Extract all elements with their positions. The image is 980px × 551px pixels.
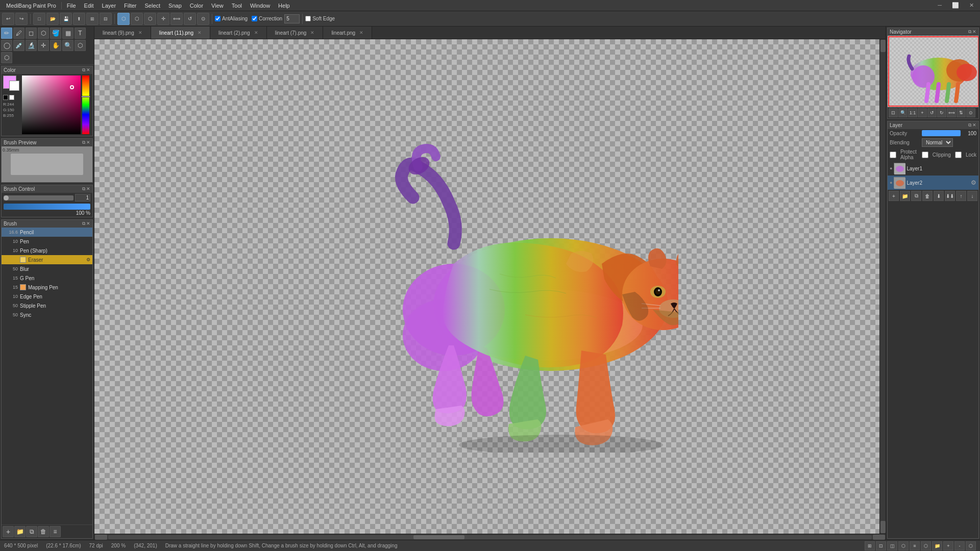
brush-item-g-pen[interactable]: 15 G Pen — [2, 273, 92, 283]
brush-item-pen[interactable]: 10 Pen — [2, 237, 92, 246]
tool-zoom[interactable]: 🔍 — [62, 40, 74, 51]
brush-control-close-icon[interactable]: ✕ — [86, 186, 90, 192]
tab-lineart9-close[interactable]: ✕ — [138, 30, 142, 35]
menu-file[interactable]: MediBang Paint Pro — [2, 2, 60, 10]
tab-lineart2[interactable]: lineart (2).png ✕ — [210, 27, 267, 39]
toolbar-transform[interactable]: ✛ — [157, 13, 169, 25]
tab-lineart2-close[interactable]: ✕ — [254, 30, 258, 35]
h-scrollbar-track[interactable] — [108, 535, 872, 539]
layer-add-btn[interactable]: + — [889, 191, 899, 201]
toolbar-select-active[interactable]: ⬡ — [117, 13, 130, 25]
nav-zoom-out[interactable]: 🔍 — [898, 108, 908, 117]
brush-add-btn[interactable]: + — [3, 526, 14, 537]
nav-zoom-fit[interactable]: ⊡ — [889, 108, 898, 117]
brush-item-stipple-pen[interactable]: 50 Stipple Pen — [2, 301, 92, 310]
toolbar-grid2[interactable]: ⊟ — [100, 13, 112, 25]
h-scrollbar-thumb[interactable] — [413, 535, 464, 539]
brush-preview-close-icon[interactable]: ✕ — [86, 140, 90, 145]
status-tool9[interactable]: - — [954, 541, 965, 550]
status-tool2[interactable]: ⊡ — [876, 541, 886, 550]
brush-opacity-bar[interactable] — [4, 204, 90, 210]
nav-flip-v[interactable]: ⇅ — [957, 108, 966, 117]
white-swatch[interactable] — [9, 95, 14, 100]
toolbar-snap[interactable]: ⊙ — [197, 13, 209, 25]
navigator-close-icon[interactable]: ✕ — [972, 29, 976, 35]
brush-trash-btn[interactable]: 🗑 — [38, 526, 49, 537]
antialiasing-check[interactable]: AntAliasing — [215, 16, 248, 21]
correction-value-input[interactable] — [284, 14, 300, 23]
layer-item-layer1[interactable]: ● Layer1 — [888, 161, 978, 176]
blending-select[interactable]: Normal — [922, 138, 953, 147]
black-swatch[interactable] — [3, 95, 8, 100]
background-color-swatch[interactable] — [9, 81, 19, 91]
layer-trash-btn[interactable]: 🗑 — [922, 191, 933, 201]
opacity-slider[interactable] — [922, 130, 961, 136]
status-tool4[interactable]: ⬡ — [898, 541, 909, 550]
toolbar-redo[interactable]: ↪ — [15, 13, 28, 25]
toolbar-rotate[interactable]: ↺ — [184, 13, 196, 25]
brush-size-slider[interactable] — [4, 195, 74, 201]
nav-zoom-100[interactable]: 1:1 — [908, 108, 917, 117]
window-restore[interactable]: ⬜ — [948, 1, 963, 10]
lock-checkbox[interactable] — [955, 152, 962, 158]
tool-eraser[interactable]: ◻ — [26, 28, 37, 39]
nav-rotate-r[interactable]: ↻ — [937, 108, 946, 117]
h-scrollbar-left[interactable] — [95, 535, 107, 540]
tab-lineart-close[interactable]: ✕ — [359, 30, 363, 35]
status-tool3[interactable]: ◫ — [887, 541, 897, 550]
tool-pen[interactable]: 🖊 — [13, 28, 24, 39]
layer-export-btn[interactable]: ↓ — [967, 191, 977, 201]
nav-rotate-l[interactable]: ↺ — [927, 108, 937, 117]
menu-filter[interactable]: Filter — [120, 2, 140, 10]
status-tool7[interactable]: 📁 — [932, 541, 942, 550]
status-tool6[interactable]: ⬡ — [921, 541, 931, 550]
menu-edit[interactable]: Edit — [80, 2, 98, 10]
brush-size-input[interactable]: 1 — [75, 194, 90, 202]
nav-flip-h[interactable]: ⟺ — [947, 108, 956, 117]
brush-folder-btn[interactable]: 📁 — [14, 526, 26, 537]
tool-shape[interactable]: ◯ — [1, 40, 12, 51]
tool-eyedropper[interactable]: 💉 — [13, 40, 24, 51]
layer2-gear-icon[interactable]: ⚙ — [971, 179, 976, 186]
brush-control-expand-icon[interactable]: ⧉ — [82, 186, 85, 192]
brush-list-close-icon[interactable]: ✕ — [86, 221, 90, 227]
layer-merge-btn[interactable]: ⬇ — [934, 191, 944, 201]
status-tool8[interactable]: + — [943, 541, 953, 550]
color-gradient-picker[interactable] — [22, 76, 81, 134]
canvas-area[interactable] — [94, 39, 879, 534]
tool-select[interactable]: ⬡ — [38, 28, 49, 39]
brush-item-blur[interactable]: 50 Blur — [2, 264, 92, 273]
layer-close-icon[interactable]: ✕ — [972, 122, 976, 128]
soft-edge-check[interactable]: Soft Edge — [305, 16, 335, 21]
status-tool1[interactable]: ⊞ — [865, 541, 875, 550]
tab-lineart11[interactable]: lineart (11).png ✕ — [151, 27, 210, 39]
window-close[interactable]: ✕ — [965, 1, 978, 10]
protect-alpha-checkbox[interactable] — [890, 152, 896, 158]
layer-folder-btn[interactable]: 📁 — [900, 191, 910, 201]
brush-item-pencil[interactable]: 16.6 Pencil — [2, 228, 92, 237]
toolbar-open[interactable]: 📂 — [46, 13, 59, 25]
color-close-icon[interactable]: ✕ — [86, 67, 90, 73]
layer-flatten-btn[interactable]: ⬇⬇ — [945, 191, 955, 201]
correction-check[interactable]: Correction — [252, 16, 282, 21]
brush-item-eraser[interactable]: Eraser ⚙ — [2, 255, 92, 264]
h-scrollbar-right[interactable] — [873, 535, 885, 540]
tab-lineart7-close[interactable]: ✕ — [310, 30, 314, 35]
menu-select[interactable]: Select — [141, 2, 165, 10]
clipping-checkbox[interactable] — [922, 152, 928, 158]
color-expand-icon[interactable]: ⧉ — [82, 67, 85, 73]
eraser-gear-icon[interactable]: ⚙ — [86, 257, 90, 262]
tool-fill[interactable]: 🪣 — [50, 28, 61, 39]
brush-item-sync[interactable]: 50 Sync — [2, 310, 92, 319]
layer-import-btn[interactable]: ↑ — [956, 191, 966, 201]
toolbar-new[interactable]: □ — [33, 13, 45, 25]
toolbar-undo[interactable]: ↩ — [2, 13, 14, 25]
menu-color[interactable]: Color — [186, 2, 207, 10]
menu-snap[interactable]: Snap — [164, 2, 186, 10]
brush-item-pen-sharp[interactable]: 10 Pen (Sharp) — [2, 246, 92, 255]
menu-file[interactable]: File — [63, 2, 80, 10]
layer-copy-btn[interactable]: ⧉ — [911, 191, 921, 201]
tool-hexagon2[interactable]: ⬡ — [1, 52, 12, 63]
window-minimize[interactable]: ─ — [934, 1, 946, 10]
toolbar-grid[interactable]: ⊞ — [86, 13, 99, 25]
